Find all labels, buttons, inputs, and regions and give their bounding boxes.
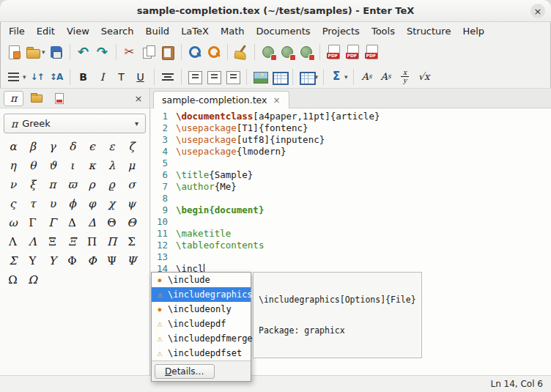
sectioning-select[interactable]: ▾ [4,67,28,87]
symbol-cell[interactable]: Ξ [62,232,82,251]
symbol-cell[interactable]: ε [102,137,122,156]
tab-close-icon[interactable]: × [273,95,280,106]
symbol-cell[interactable]: Ξ [42,232,62,251]
symbol-cell[interactable]: κ [82,156,102,175]
view-ps-button[interactable]: PDF [343,42,362,62]
open-document-button[interactable]: ▾ [23,42,47,62]
symbol-cell[interactable]: Σ [122,232,141,251]
symbol-cell[interactable]: τ [23,194,42,213]
menu-math[interactable]: Math [215,24,251,38]
completion-item[interactable]: ●\includeonly [152,302,251,317]
symbol-cell[interactable]: ξ [23,175,42,194]
symbol-cell[interactable]: δ [62,137,82,156]
symbol-cell[interactable]: Λ [3,232,23,251]
symbol-cell[interactable]: Ω [23,270,42,289]
symbol-cell[interactable]: Π [82,232,102,251]
symbol-cell[interactable]: Σ [3,251,23,270]
build-makeindex-button[interactable] [297,42,316,62]
superscript-button[interactable]: As [358,67,377,87]
view-dvi-button[interactable]: PDF [324,42,343,62]
find-button[interactable] [185,42,204,62]
itemize-list-button[interactable] [185,67,204,87]
symbol-cell[interactable]: Δ [62,213,82,232]
completion-item[interactable]: ⚠\includepdfmerge [152,331,251,346]
menu-build[interactable]: Build [139,24,175,38]
symbol-cell[interactable]: Δ [82,213,102,232]
symbol-cell[interactable]: Γ [23,213,42,232]
description-list-button[interactable] [223,67,243,87]
document-panel-tab[interactable] [49,91,69,106]
symbol-cell[interactable]: θ [23,156,42,175]
build-bibtex-button[interactable] [278,42,297,62]
symbol-cell[interactable]: ς [3,194,23,213]
completion-item[interactable]: ⚠\includepdfset [152,346,251,360]
menu-file[interactable]: File [3,24,31,38]
copy-button[interactable] [139,42,158,62]
undo-button[interactable]: ↶ [74,42,93,62]
symbol-cell[interactable]: μ [122,156,141,175]
math-symbols-button[interactable]: Σ▾ [328,67,350,87]
symbol-cell[interactable]: ϱ [102,175,122,194]
symbol-cell[interactable]: Γ [42,213,62,232]
symbol-category-select[interactable]: π Greek ▾ [4,114,146,133]
cut-button[interactable]: ✂ [120,42,139,62]
symbol-cell[interactable]: Θ [102,213,122,232]
symbol-cell[interactable]: Υ [42,251,62,270]
symbol-cell[interactable]: ζ [122,137,141,156]
bold-button[interactable]: B [74,67,93,87]
symbol-cell[interactable]: Φ [82,251,102,270]
redo-button[interactable]: ↷ [93,42,112,62]
paste-button[interactable] [158,42,177,62]
sidebar-close-button[interactable]: × [131,93,146,104]
symbol-cell[interactable]: ν [3,175,23,194]
clean-button[interactable] [232,42,251,62]
align-center-button[interactable] [158,67,177,87]
symbol-cell[interactable]: ρ [82,175,102,194]
menu-documents[interactable]: Documents [251,24,317,38]
editor-tab[interactable]: sample-completion.tex × [153,91,289,108]
symbol-cell[interactable]: α [3,137,23,156]
save-button[interactable] [47,42,66,62]
menu-view[interactable]: View [61,24,95,38]
symbol-cell[interactable]: Υ [23,251,42,270]
menu-search[interactable]: Search [95,24,140,38]
symbols-panel-tab[interactable]: π [4,91,23,106]
symbol-cell[interactable]: υ [42,194,62,213]
enumerate-list-button[interactable] [204,67,223,87]
files-panel-tab[interactable] [26,91,46,106]
symbol-cell[interactable]: ϕ [62,194,82,213]
completion-item[interactable]: ⚠\includepdf [152,317,251,331]
italic-button[interactable]: I [93,67,112,87]
insert-image-button[interactable] [251,67,270,87]
symbol-cell[interactable]: Φ [62,251,82,270]
view-pdf-button[interactable]: PDF [362,42,381,62]
tabular-wizard-button[interactable]: ▾ [297,67,320,87]
symbol-cell[interactable]: ϑ [42,156,62,175]
window-close-button[interactable]: × [530,4,545,18]
symbol-cell[interactable]: π [42,175,62,194]
font-size-button[interactable]: ↕A [47,67,66,87]
menu-help[interactable]: Help [456,24,490,38]
menu-latex[interactable]: LaTeX [175,24,215,38]
build-latex-button[interactable] [259,42,278,62]
fraction-button[interactable]: xy [396,67,415,87]
symbol-cell[interactable]: Ω [3,270,23,289]
symbol-cell[interactable]: β [23,137,42,156]
symbol-cell[interactable]: Λ [23,232,42,251]
symbol-cell[interactable]: ψ [122,194,141,213]
underline-button[interactable]: U [131,67,150,87]
symbol-cell[interactable]: σ [122,175,141,194]
symbol-cell[interactable]: χ [102,194,122,213]
typewriter-button[interactable]: T [112,67,131,87]
new-document-button[interactable] [4,42,23,62]
details-button[interactable]: Details… [155,364,215,379]
symbol-cell[interactable]: ϖ [62,175,82,194]
symbol-cell[interactable]: γ [42,137,62,156]
symbol-cell[interactable]: Π [102,232,122,251]
menu-structure[interactable]: Structure [401,24,456,38]
symbol-cell[interactable]: Ψ [122,251,141,270]
symbol-cell[interactable]: ϵ [82,137,102,156]
menu-projects[interactable]: Projects [317,24,366,38]
symbol-cell[interactable]: λ [102,156,122,175]
subscript-button[interactable]: As [377,67,396,87]
